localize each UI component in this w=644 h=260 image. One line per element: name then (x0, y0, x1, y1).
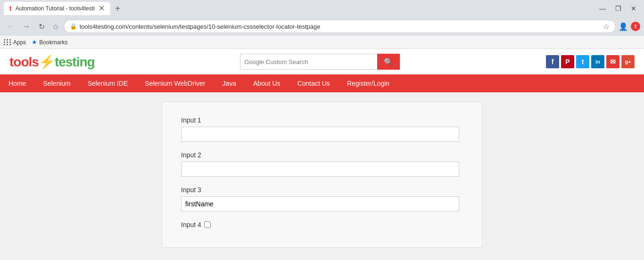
input4-group: Input 4 (181, 221, 463, 228)
nav-contact-us[interactable]: Contact Us (289, 74, 339, 92)
pinterest-icon[interactable]: P (561, 55, 574, 68)
social-icons: f P t in ✉ g+ (546, 55, 635, 68)
home-button[interactable]: ⌂ (50, 21, 61, 32)
twitter-icon[interactable]: t (576, 55, 589, 68)
nav-home[interactable]: Home (0, 74, 34, 92)
nav-java[interactable]: Java (214, 74, 245, 92)
input2-label: Input 2 (181, 151, 463, 159)
back-button[interactable]: ← (4, 21, 17, 32)
email-icon[interactable]: ✉ (606, 55, 619, 68)
form-card: Input 1 Input 2 Input 3 Input 4 (162, 102, 482, 248)
bookmarks-bar: Apps ★ Bookmarks (0, 36, 644, 49)
tab-title: Automation Tutorial - tools4testi (16, 5, 95, 12)
forward-button[interactable]: → (20, 21, 33, 32)
close-button[interactable]: ✕ (627, 4, 640, 13)
nav-selenium-ide[interactable]: Selenium IDE (79, 74, 137, 92)
nav-selenium-webdriver[interactable]: Selenium WebDriver (136, 74, 214, 92)
input4-label: Input 4 (181, 221, 201, 228)
address-text: tools4testing.com/contents/selenium/test… (80, 23, 600, 30)
input1-group: Input 1 (181, 116, 463, 142)
input4-checkbox[interactable] (204, 221, 211, 228)
facebook-icon[interactable]: f (546, 55, 559, 68)
bookmarks-star-icon: ★ (32, 39, 37, 46)
lock-icon: 🔒 (70, 23, 77, 30)
main-content: Input 1 Input 2 Input 3 Input 4 (0, 92, 644, 260)
nav-selenium[interactable]: Selenium (34, 74, 79, 92)
bookmarks-text: Bookmarks (39, 39, 67, 46)
input2-field[interactable] (181, 162, 459, 177)
search-input[interactable] (240, 54, 377, 69)
input2-group: Input 2 (181, 151, 463, 177)
account-icon[interactable]: t (631, 22, 640, 31)
apps-label: Apps (13, 39, 26, 46)
bookmarks-label[interactable]: ★ Bookmarks (32, 39, 67, 46)
new-tab-button[interactable]: + (112, 3, 124, 14)
profile-button[interactable]: 👤 (619, 22, 628, 31)
search-button[interactable]: 🔍 (377, 54, 400, 70)
googleplus-icon[interactable]: g+ (621, 55, 635, 68)
linkedin-icon[interactable]: in (591, 55, 604, 68)
input3-label: Input 3 (181, 186, 463, 194)
restore-button[interactable]: ❐ (611, 4, 625, 13)
bookmark-star-button[interactable]: ☆ (603, 22, 610, 31)
title-bar: t Automation Tutorial - tools4testi ✕ + … (0, 0, 644, 17)
input1-label: Input 1 (181, 116, 463, 124)
window-controls: — ❐ ✕ (595, 4, 640, 13)
nav-register-login[interactable]: Register/Login (339, 74, 398, 92)
address-bar[interactable]: 🔒 tools4testing.com/contents/selenium/te… (64, 20, 616, 33)
site-logo[interactable]: tools⚡testing (9, 54, 95, 70)
browser-tab[interactable]: t Automation Tutorial - tools4testi ✕ (4, 2, 110, 15)
site-header: tools⚡testing 🔍 f P t in ✉ g+ (0, 49, 644, 74)
browser-chrome: t Automation Tutorial - tools4testi ✕ + … (0, 0, 644, 49)
refresh-button[interactable]: ↻ (36, 21, 48, 32)
minimize-button[interactable]: — (595, 4, 610, 13)
logo-lightning: ⚡ (39, 55, 55, 69)
input1-field[interactable] (181, 127, 459, 142)
search-area: 🔍 (104, 54, 537, 70)
input3-group: Input 3 (181, 186, 463, 211)
tab-close-button[interactable]: ✕ (99, 5, 105, 12)
nav-about-us[interactable]: About Us (245, 74, 289, 92)
apps-grid-icon (4, 39, 11, 45)
logo-tools: tools (9, 55, 39, 69)
address-bar-row: ← → ↻ ⌂ 🔒 tools4testing.com/contents/sel… (0, 17, 644, 36)
input3-field[interactable] (181, 196, 459, 211)
search-box: 🔍 (240, 54, 400, 70)
logo-testing: testing (55, 55, 95, 69)
apps-bookmark[interactable]: Apps (4, 39, 26, 46)
tab-favicon: t (9, 5, 12, 12)
main-nav: Home Selenium Selenium IDE Selenium WebD… (0, 74, 644, 92)
page: tools⚡testing 🔍 f P t in ✉ g+ Home Selen… (0, 49, 644, 260)
